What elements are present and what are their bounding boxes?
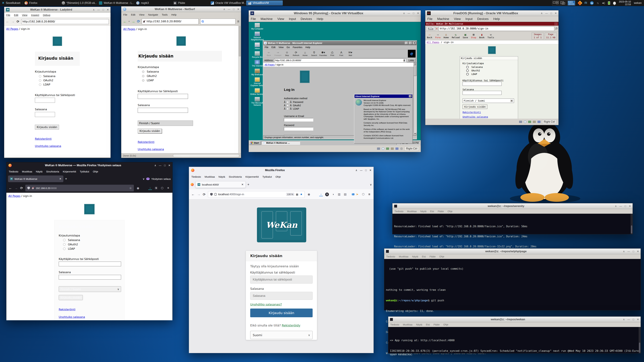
menu-paate[interactable]: Pääte <box>434 323 440 326</box>
radio-ldap[interactable] <box>466 73 469 75</box>
breadcrumb-all-pages[interactable]: All Pages <box>123 27 135 31</box>
password-input[interactable] <box>138 108 188 113</box>
ie-menu-edit[interactable]: Edit <box>272 46 276 49</box>
new-tab-button[interactable]: + <box>247 183 250 187</box>
forgot-password-link[interactable]: Unohtuiko salasana <box>138 148 164 151</box>
menu-help[interactable]: Help <box>172 13 176 16</box>
shade-button[interactable]: ∧ <box>223 8 225 11</box>
menu-sivuhistoria[interactable]: Sivuhistoria <box>46 170 59 173</box>
menu-file[interactable]: File <box>251 17 256 21</box>
new-tab-button[interactable]: + <box>65 177 67 181</box>
desktop-icon-the-internet[interactable]: The Internet <box>250 60 264 67</box>
download-icon[interactable]: ↓ <box>319 193 323 196</box>
menu-muokkaa[interactable]: Muokkaa <box>403 323 412 326</box>
register-link[interactable]: Rekisteröinti <box>35 137 52 140</box>
desktop-icon-online-services[interactable]: Online Services <box>250 88 264 95</box>
hdd-status-icon[interactable] <box>519 121 522 123</box>
username-input[interactable] <box>250 276 312 284</box>
menu-tiedosto[interactable]: Tiedosto <box>9 170 18 173</box>
dillo-save-button[interactable]: ▣Save <box>463 33 468 39</box>
network-icon[interactable]: ↑↓ <box>597 1 598 4</box>
ie-favorites-button[interactable]: ✱▾Favorites <box>319 51 328 56</box>
grid-ext-icon[interactable]: ▥ <box>337 193 341 196</box>
dillo-back-button[interactable]: ⇦Back <box>427 33 432 39</box>
forward-icon[interactable]: → <box>14 186 18 190</box>
menu-tyokalut[interactable]: Työkalut <box>80 170 89 173</box>
language-select[interactable]: Finnish / Suomi ∨ <box>59 286 121 292</box>
task-wekan-ie[interactable]: e WeKan ® Multiverse … <box>262 141 300 145</box>
tab-list-icon[interactable]: ∨ <box>370 183 372 186</box>
menu-nayta[interactable]: Näytä <box>412 255 418 258</box>
menu-tiedosto[interactable]: Tiedosto <box>386 255 395 258</box>
menu-paate[interactable]: Pääte <box>430 255 436 258</box>
breadcrumb-all-pages[interactable]: All Pages <box>8 194 20 198</box>
menu-devices[interactable]: Devices <box>301 17 312 21</box>
forward-icon[interactable]: → <box>197 192 200 196</box>
desktop-icon-inbox[interactable]: Inbox <box>250 42 264 50</box>
menu-view[interactable]: View <box>277 17 284 21</box>
maximize-button[interactable]: □ <box>413 12 414 15</box>
task-gimp[interactable]: *[Nimetön]-1.0 (RGB-vä… <box>60 0 96 5</box>
menu-tiedosto[interactable]: Tiedosto <box>390 323 399 326</box>
links-button[interactable]: Links <box>407 58 416 62</box>
language-select[interactable]: Finnish / Suomi ▼ <box>462 98 514 103</box>
back-dropdown-icon[interactable]: ▾ <box>129 20 130 22</box>
hp-tray-icon[interactable]: hp <box>590 1 594 5</box>
terminal-scrollbar[interactable] <box>630 214 632 234</box>
menu-debug[interactable]: Debug <box>43 13 50 16</box>
password-input[interactable] <box>284 127 313 131</box>
ie-titlebar[interactable]: e WeKan ® Multiverse - Microsoft Interne… <box>263 41 416 45</box>
menu-etsi[interactable]: Etsi <box>430 210 434 213</box>
maximize-button[interactable]: □ <box>164 164 166 167</box>
usb-status-icon[interactable] <box>391 147 394 150</box>
terminal-scrollbar[interactable] <box>639 327 641 353</box>
tab-list-icon[interactable]: ∨ <box>142 177 144 180</box>
menu-nayta[interactable]: Näytä <box>218 175 225 178</box>
firefox-titlebar[interactable]: Mozilla Firefox ∧—□✕ <box>189 167 374 174</box>
username-input[interactable] <box>462 82 502 86</box>
breadcrumb-all-pages[interactable]: All Pages <box>427 41 440 43</box>
menu-ohje[interactable]: Ohje <box>276 175 281 178</box>
download-icon[interactable]: ↓ <box>148 186 152 190</box>
forgot-password-link[interactable]: Unohtuiko salasana <box>35 144 61 148</box>
shade-button[interactable]: ∧ <box>154 164 156 167</box>
terminal-output[interactable]: ResourceLoader: Finished load of: "http:… <box>392 214 632 234</box>
back-icon[interactable]: ← <box>123 19 127 24</box>
radio-password[interactable] <box>287 101 289 103</box>
app-menu-icon[interactable]: ≡ <box>368 192 371 196</box>
notification-bell-icon[interactable] <box>613 2 616 4</box>
extension-puzzle-icon[interactable]: ⬡ <box>362 193 365 196</box>
maximize-button[interactable]: □ <box>233 8 234 11</box>
forward-icon[interactable]: → <box>131 19 135 24</box>
desktop-icon-ie-setup[interactable]: Internet Explorer Setup <box>250 77 264 87</box>
close-button[interactable]: ✕ <box>637 250 639 253</box>
url-field[interactable]: http://192.168.0.20:8000/ <box>142 18 198 24</box>
menu-help[interactable]: Help <box>493 17 500 21</box>
menu-file[interactable]: File <box>427 17 432 21</box>
reload-icon[interactable]: ⟳ <box>16 19 19 23</box>
app-menu-icon[interactable]: ≡ <box>166 186 170 190</box>
terminal-titlebar[interactable]: wekan@z: ~/repos/serenity ∧—□✕ <box>392 203 632 209</box>
menu-devices[interactable]: Devices <box>477 17 489 21</box>
ie-back-button[interactable]: ⇐Back <box>264 51 273 56</box>
task-virtualboxvm[interactable]: 2 VirtualBoxVM <box>246 0 283 5</box>
task-wekan[interactable]: WeKan ® Multiverse - L… <box>97 0 134 5</box>
maximize-button[interactable]: □ <box>102 8 104 11</box>
maximize-button[interactable]: □ <box>632 318 634 321</box>
back-icon[interactable]: ← <box>191 192 195 196</box>
ie-maximize-button[interactable]: □ <box>409 42 412 44</box>
breadcrumb-all-pages[interactable]: All Pages <box>6 27 18 30</box>
dillo-close-button[interactable]: ✕ <box>554 23 558 25</box>
menu-help[interactable]: Help <box>317 17 323 21</box>
ie-print-button[interactable]: ⎙Print <box>328 51 337 56</box>
s-ext-icon[interactable]: S <box>325 193 329 196</box>
task-firefox[interactable]: 3 Firefox <box>23 0 59 5</box>
menu-input[interactable]: Input <box>466 17 472 21</box>
radio-ldap[interactable] <box>39 83 41 86</box>
breadcrumb-all-pages[interactable]: All Pages <box>265 63 274 66</box>
menu-paate[interactable]: Pääte <box>438 210 444 213</box>
dillo-bookmarks-button[interactable]: ▮Book <box>479 33 484 39</box>
radio-salasana[interactable] <box>466 66 469 68</box>
menu-ohje[interactable]: Ohje <box>448 210 453 213</box>
address-input[interactable]: http://192.168.0.20:8000/ ▾ <box>274 58 406 62</box>
